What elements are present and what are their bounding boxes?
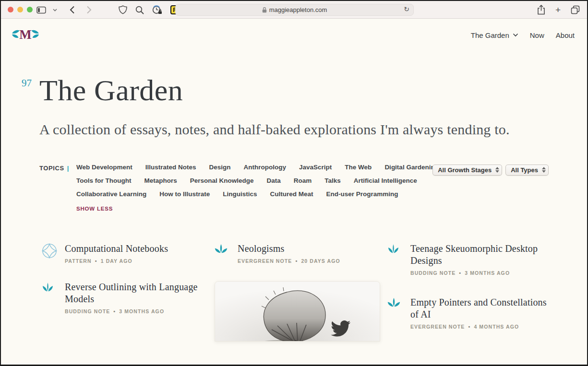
filters-section: TOPICS| Web Development Illustrated Note… [39, 164, 549, 216]
topics-label: TOPICS| [39, 164, 76, 204]
page-subtitle: A collection of essays, notes, and half-… [39, 120, 542, 140]
growth-stage-select[interactable]: All Growth Stages [432, 165, 502, 176]
note-title[interactable]: Neologisms [238, 243, 340, 255]
grid-column-2: Neologisms EVERGREEN NOTE•20 DAYS AGO [215, 243, 380, 347]
note-card-neologisms[interactable]: Neologisms EVERGREEN NOTE•20 DAYS AGO [215, 243, 380, 264]
nav-about[interactable]: About [556, 31, 575, 39]
topic-collaborative-learning[interactable]: Collaborative Learning [76, 190, 146, 198]
content-blocker-icon[interactable] [151, 4, 163, 15]
traffic-lights [8, 7, 33, 12]
share-icon[interactable] [536, 4, 546, 16]
topics-divider: | [67, 165, 69, 172]
note-meta: EVERGREEN NOTE•4 MONTHS AGO [410, 324, 553, 330]
browser-toolbar: R maggieappleton.com ↻ + [1, 1, 587, 19]
budding-note-icon [387, 243, 403, 276]
note-card-computational-notebooks[interactable]: Computational Notebooks PATTERN•1 DAY AG… [42, 243, 207, 264]
chevron-down-icon [513, 33, 518, 37]
topic-end-user-programming[interactable]: End-user Programming [326, 190, 398, 198]
pattern-icon [42, 243, 58, 264]
tree-and-bird-illustration [215, 282, 380, 342]
logo-leaves-left [12, 30, 20, 38]
logo-leaves-right [32, 30, 39, 38]
nav-the-garden[interactable]: The Garden [471, 31, 518, 39]
meta-bullet: • [459, 270, 461, 276]
select-stepper-icon [495, 167, 499, 173]
note-title[interactable]: Reverse Outlining with Language Models [65, 281, 207, 305]
forward-button[interactable] [85, 5, 93, 15]
topic-linguistics[interactable]: Linguistics [223, 190, 257, 198]
topic-illustrated-notes[interactable]: Illustrated Notes [145, 164, 196, 171]
back-button[interactable] [69, 5, 76, 15]
lock-icon [262, 7, 267, 13]
privacy-shield-icon[interactable] [118, 4, 128, 15]
svg-text:M: M [19, 27, 31, 42]
topic-design[interactable]: Design [209, 164, 231, 171]
select-stepper-icon [542, 167, 546, 173]
window-actions: + [536, 1, 581, 19]
topic-how-to-illustrate[interactable]: How to Illustrate [159, 190, 210, 198]
note-card-reverse-outlining[interactable]: Reverse Outlining with Language Models B… [42, 281, 207, 314]
sidebar-toggle-button[interactable] [36, 5, 47, 15]
topic-digital-gardening[interactable]: Digital Gardening [384, 164, 439, 171]
note-count: 97 [22, 77, 32, 89]
meta-bullet: • [468, 324, 470, 330]
topic-the-web[interactable]: The Web [345, 164, 372, 171]
topic-tools-for-thought[interactable]: Tools for Thought [76, 177, 131, 184]
address-bar[interactable]: maggieappleton.com ↻ [175, 4, 414, 16]
note-title[interactable]: Computational Notebooks [65, 243, 168, 255]
meta-bullet: • [113, 308, 116, 314]
filter-selects: All Growth Stages All Types [432, 165, 549, 176]
grid-column-3: Teenage Skeuomorphic Desktop Designs BUD… [387, 243, 553, 347]
note-title[interactable]: Empty Pointers and Constellations of AI [410, 296, 553, 320]
site-header: M The Garden Now About [1, 19, 587, 44]
primary-nav: The Garden Now About [471, 31, 575, 39]
topic-data[interactable]: Data [267, 177, 281, 184]
garden-notes-grid: Computational Notebooks PATTERN•1 DAY AG… [42, 243, 587, 347]
note-card-illustrated-preview[interactable] [215, 281, 380, 342]
evergreen-note-icon [215, 243, 230, 264]
address-text: maggieappleton.com [269, 6, 327, 13]
note-title[interactable]: Teenage Skeuomorphic Desktop Designs [410, 243, 553, 267]
note-card-empty-pointers[interactable]: Empty Pointers and Constellations of AI … [387, 296, 553, 330]
topic-cultured-meat[interactable]: Cultured Meat [270, 190, 313, 198]
topic-talks[interactable]: Talks [324, 177, 341, 184]
minimize-window-button[interactable] [17, 7, 23, 12]
new-tab-button[interactable]: + [554, 4, 562, 15]
meta-bullet: • [295, 258, 298, 264]
close-window-button[interactable] [8, 7, 13, 12]
topic-personal-knowledge[interactable]: Personal Knowledge [190, 177, 254, 184]
navigation-controls [36, 1, 93, 19]
grid-column-1: Computational Notebooks PATTERN•1 DAY AG… [42, 243, 207, 347]
topic-metaphors[interactable]: Metaphors [144, 177, 177, 184]
topics-list: Web Development Illustrated Notes Design… [76, 164, 469, 204]
nav-now[interactable]: Now [530, 31, 544, 39]
search-icon[interactable] [134, 5, 145, 15]
reload-icon[interactable]: ↻ [404, 5, 409, 13]
show-less-button[interactable]: SHOW LESS [76, 206, 113, 212]
note-meta: PATTERN•1 DAY AGO [65, 258, 168, 264]
topic-anthropology[interactable]: Anthropology [244, 164, 286, 171]
zoom-window-button[interactable] [27, 7, 33, 12]
note-card-teenage-skeuomorphic[interactable]: Teenage Skeuomorphic Desktop Designs BUD… [387, 243, 553, 276]
hero-section: 97 The Garden A collection of essays, no… [39, 73, 549, 140]
sidebar-chevron-down-icon[interactable] [52, 8, 58, 12]
page-title: The Garden [39, 73, 549, 107]
topic-artificial-intelligence[interactable]: Artificial Intelligence [354, 177, 417, 184]
note-meta: EVERGREEN NOTE•20 DAYS AGO [238, 258, 340, 264]
site-logo[interactable]: M [12, 26, 39, 44]
toolbar-extensions: R [118, 1, 180, 19]
topic-javascript[interactable]: JavaScript [299, 164, 332, 171]
topic-web-development[interactable]: Web Development [76, 164, 132, 171]
budding-note-icon [42, 281, 58, 314]
topic-roam[interactable]: Roam [294, 177, 312, 184]
note-meta: BUDDING NOTE•3 MONTHS AGO [410, 270, 553, 276]
tab-overview-icon[interactable] [570, 4, 581, 15]
type-select[interactable]: All Types [505, 165, 549, 176]
evergreen-note-icon [387, 296, 403, 330]
page-content: M The Garden Now About 97 The Garden A [1, 19, 587, 364]
note-meta: BUDDING NOTE•3 MONTHS AGO [65, 308, 207, 314]
meta-bullet: • [95, 258, 97, 264]
browser-window: R maggieappleton.com ↻ + [0, 0, 588, 366]
